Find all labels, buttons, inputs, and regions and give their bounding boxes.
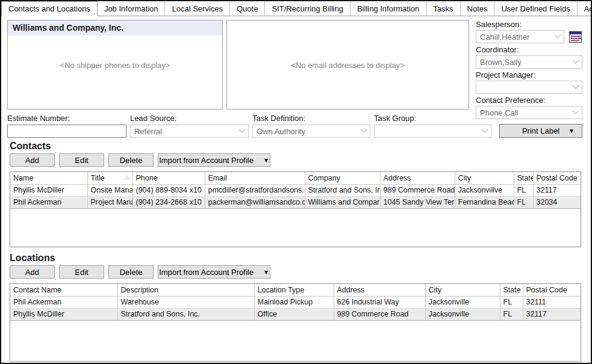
estimate-number-label: Estimate Number: <box>7 114 126 123</box>
chevron-down-icon <box>572 82 579 89</box>
locations-import-from-account-profile-button[interactable]: Import from Account Profile ▼ <box>158 265 270 279</box>
coordinator-combobox[interactable]: Brown,Sally <box>476 55 582 69</box>
email-addresses-panel: <No email addresses to display> <box>226 20 469 110</box>
task-group-label: Task Group: <box>374 114 491 123</box>
cell: FL <box>500 308 523 320</box>
cell: Warehouse <box>117 296 254 308</box>
cell: Office <box>254 308 334 320</box>
coordinator-value: Brown,Sally <box>480 58 573 67</box>
print-label-button[interactable]: Print Label ▼ <box>499 124 582 138</box>
tab-label: Job Information <box>104 4 158 13</box>
cell: packerman@williamsandco.c <box>205 196 305 208</box>
tab-account-profile[interactable]: Account Profile <box>578 1 592 16</box>
column-header-contact-name[interactable]: Contact Name <box>10 284 117 296</box>
contact-preference-label: Contact Preference: <box>476 96 582 105</box>
estimate-number-input[interactable] <box>7 125 126 138</box>
cell: FL <box>500 296 523 308</box>
contacts-add-button[interactable]: Add <box>10 153 55 167</box>
cell: (904) 889-8034 x10 <box>132 184 205 196</box>
column-header-postal-code[interactable]: Postal Code <box>523 284 581 296</box>
locations-delete-button[interactable]: Delete <box>108 265 154 279</box>
column-header-company[interactable]: Company <box>305 172 380 184</box>
tab-quote[interactable]: Quote <box>230 1 265 16</box>
table-row[interactable]: Phil AckermanWarehouseMainload Pickup626… <box>10 296 581 308</box>
column-header-description[interactable]: Description <box>117 284 254 296</box>
contacts-table: NameTitle△PhoneEmailCompanyAddressCitySt… <box>10 172 581 209</box>
column-header-location-type[interactable]: Location Type <box>254 284 334 296</box>
contacts-delete-button[interactable]: Delete <box>108 153 154 167</box>
chevron-down-icon <box>481 126 488 133</box>
tab-billing-information[interactable]: Billing Information <box>351 1 426 16</box>
table-row[interactable]: Phil AckermanProject Mana(904) 234-2668 … <box>10 196 581 208</box>
table-row[interactable]: Phyllis McDillerStratford and Sons, Inc.… <box>10 308 581 320</box>
tab-label: Quote <box>237 4 258 13</box>
task-group-combobox[interactable] <box>374 125 491 138</box>
triangle-down-icon: ▼ <box>569 128 575 134</box>
salesperson-combobox[interactable]: Cahill,Heather <box>476 30 564 43</box>
tab-label: Tasks <box>433 4 453 13</box>
contact-preference-value: Phone Call <box>480 108 573 117</box>
triangle-down-icon: ▼ <box>263 157 269 164</box>
print-label-text: Print Label <box>522 126 559 135</box>
cell: Phil Ackerman <box>10 296 117 308</box>
task-definition-combobox[interactable]: Own Authority <box>252 125 370 138</box>
tab-label: Notes <box>467 4 488 13</box>
project-manager-combobox[interactable] <box>476 81 582 94</box>
tab-local-services[interactable]: Local Services <box>165 1 230 16</box>
cell: pmcdiller@stratfordandsons. <box>205 184 305 196</box>
chevron-down-icon <box>360 126 367 133</box>
contacts-grid: NameTitle△PhoneEmailCompanyAddressCitySt… <box>10 171 581 247</box>
cell: Fernandina Beac <box>455 196 514 208</box>
table-row[interactable]: Phyllis McDillerOnsite Manag(904) 889-80… <box>10 184 581 196</box>
cell: 989 Commerce Road <box>380 184 455 196</box>
tab-user-defined-fields[interactable]: User Defined Fields <box>494 1 577 16</box>
locations-add-button[interactable]: Add <box>10 265 55 279</box>
tab-label: Account Profile <box>584 4 592 13</box>
tab-tasks[interactable]: Tasks <box>426 1 460 16</box>
tab-label: Contacts and Locations <box>8 4 90 13</box>
cell: Jacksonville <box>425 308 500 320</box>
column-header-state[interactable]: State <box>500 284 523 296</box>
chevron-down-icon <box>572 57 579 64</box>
locations-heading: Locations <box>10 253 582 264</box>
cell: 32117 <box>523 308 581 320</box>
column-header-city[interactable]: City <box>455 172 514 184</box>
chevron-down-icon <box>238 126 245 133</box>
tab-sit-recurring-billing[interactable]: SIT/Recurring Billing <box>265 1 351 16</box>
cell: FL <box>514 196 533 208</box>
cell: 1045 Sandy View Terr <box>380 196 455 208</box>
cell: Project Mana <box>87 196 132 208</box>
chevron-down-icon <box>572 108 579 114</box>
contacts-edit-button[interactable]: Edit <box>59 153 104 167</box>
tab-notes[interactable]: Notes <box>461 1 495 16</box>
column-header-phone[interactable]: Phone <box>132 172 205 184</box>
cell: Phil Ackerman <box>10 196 87 208</box>
cell: 626 Industrial Way <box>334 296 425 308</box>
contacts-import-from-account-profile-button[interactable]: Import from Account Profile ▼ <box>158 153 270 167</box>
lead-source-combobox[interactable]: Referral <box>130 125 249 138</box>
tab-label: User Defined Fields <box>501 4 570 13</box>
column-header-title[interactable]: Title△ <box>87 172 132 184</box>
column-header-city[interactable]: City <box>425 284 500 296</box>
shipper-phones-panel: Williams and Company, Inc. <No shipper p… <box>7 20 223 110</box>
cell: 989 Commerce Road <box>334 308 425 320</box>
cell: Jacksonville <box>425 296 500 308</box>
tab-job-information[interactable]: Job Information <box>98 1 166 16</box>
column-header-address[interactable]: Address <box>334 284 425 296</box>
tab-label: SIT/Recurring Billing <box>272 4 343 13</box>
no-shipper-phones-text: <No shipper phones to display> <box>8 60 222 69</box>
tab-label: Billing Information <box>357 4 419 13</box>
tab-contacts-and-locations[interactable]: Contacts and Locations <box>1 1 98 16</box>
application-window: Contacts and Locations Job Information L… <box>0 0 592 364</box>
cell: Phyllis McDiller <box>10 184 87 196</box>
column-header-state[interactable]: State <box>514 172 533 184</box>
contact-preference-combobox[interactable]: Phone Call <box>476 106 582 119</box>
salesperson-calendar-button[interactable] <box>568 30 582 43</box>
column-header-address[interactable]: Address <box>380 172 455 184</box>
locations-edit-button[interactable]: Edit <box>59 265 104 279</box>
column-header-postal-code[interactable]: Postal Code <box>533 172 581 184</box>
column-header-email[interactable]: Email <box>205 172 305 184</box>
column-header-name[interactable]: Name <box>10 172 87 184</box>
cell: Stratford and Sons, In <box>305 184 380 196</box>
tab-bar: Contacts and Locations Job Information L… <box>1 1 591 16</box>
